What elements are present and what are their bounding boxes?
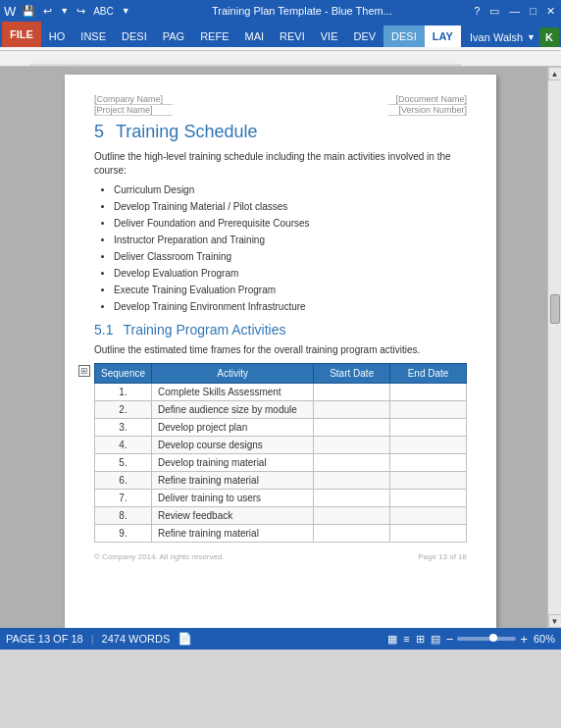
undo-arrow[interactable]: ▼ [58, 5, 71, 17]
scroll-thumb[interactable] [550, 294, 560, 324]
end-1 [390, 384, 467, 401]
scrollbar-right[interactable]: ▲ ▼ [547, 67, 561, 628]
bullet-item: Develop Training Environment Infrastruct… [114, 300, 467, 314]
spell-check-button[interactable]: ABC [91, 5, 116, 18]
tab-page[interactable]: PAG [155, 26, 192, 47]
zoom-plus-button[interactable]: + [520, 632, 528, 647]
scroll-down-arrow[interactable]: ▼ [548, 614, 562, 628]
bullet-item: Execute Training Evaluation Program [114, 284, 467, 297]
scroll-up-arrow[interactable]: ▲ [548, 67, 562, 80]
section5-bullet-list: Curriculum Design Develop Training Mater… [114, 183, 467, 314]
training-table: Sequence Activity Start Date End Date 1.… [94, 363, 467, 543]
tab-design[interactable]: DESI [114, 26, 155, 47]
tab-home[interactable]: HO [41, 26, 74, 47]
end-3 [390, 419, 467, 437]
project-name-field: [Project Name] [94, 105, 173, 116]
table-row: 8. Review feedback [95, 507, 467, 525]
start-7 [314, 490, 390, 507]
section5-heading: 5 Training Schedule [94, 122, 467, 142]
zoom-level: 60% [534, 633, 555, 645]
table-row: 5. Develop training material [95, 454, 467, 472]
view-icon-3[interactable]: ⊞ [416, 633, 425, 646]
seq-1: 1. [95, 384, 152, 401]
ribbon-display-button[interactable]: ▭ [487, 4, 501, 19]
activity-9: Refine training material [152, 525, 314, 543]
footer-copyright: © Company 2014. All rights reserved. [94, 552, 225, 561]
help-button[interactable]: ? [472, 4, 482, 18]
section5-intro: Outline the high-level training schedule… [94, 150, 467, 178]
word-count: 2474 WORDS [102, 633, 171, 645]
customize-button[interactable]: ▼ [120, 5, 132, 17]
tab-references[interactable]: REFE [192, 26, 236, 47]
seq-8: 8. [95, 507, 152, 525]
end-6 [390, 472, 467, 490]
section51-title: Training Program Activities [123, 322, 285, 338]
tab-file[interactable]: FILE [2, 22, 41, 47]
activity-7: Deliver training to users [152, 490, 314, 507]
view-icon-2[interactable]: ≡ [403, 633, 409, 645]
tab-mailings[interactable]: MAI [236, 26, 272, 47]
user-area: Ivan Walsh ▼ K [470, 27, 559, 47]
status-bar: PAGE 13 OF 18 | 2474 WORDS 📄 ▦ ≡ ⊞ ▤ − +… [0, 628, 561, 650]
table-container: ⊞ Sequence Activity Start Date End Date … [94, 363, 467, 543]
bullet-item: Curriculum Design [114, 183, 467, 197]
start-2 [314, 401, 390, 419]
seq-6: 6. [95, 472, 152, 490]
zoom-thumb [489, 634, 497, 642]
end-2 [390, 401, 467, 419]
table-row: 1. Complete Skills Assessment [95, 384, 467, 401]
seq-9: 9. [95, 525, 152, 543]
tab-layout[interactable]: LAY [425, 26, 461, 47]
activity-2: Define audience size by module [152, 401, 314, 419]
section51-heading: 5.1 Training Program Activities [94, 322, 467, 338]
maximize-button[interactable]: □ [528, 4, 538, 18]
bullet-item: Deliver Foundation and Prerequisite Cour… [114, 217, 467, 231]
view-icon-4[interactable]: ▤ [431, 633, 440, 646]
document-page: [Company Name] [Project Name] [Document … [65, 75, 496, 628]
footer-page: Page 13 of 18 [418, 552, 467, 561]
word-icon: W [4, 4, 16, 19]
tab-dev[interactable]: DEV [345, 26, 383, 47]
minimize-button[interactable]: — [507, 4, 522, 18]
section5-number: 5 [94, 122, 104, 142]
seq-4: 4. [95, 437, 152, 454]
start-3 [314, 419, 390, 437]
proofing-icon[interactable]: 📄 [178, 632, 192, 646]
header-left: [Company Name] [Project Name] [94, 94, 173, 116]
close-button[interactable]: ✕ [544, 4, 557, 19]
table-row: 2. Define audience size by module [95, 401, 467, 419]
seq-2: 2. [95, 401, 152, 419]
activity-3: Develop project plan [152, 419, 314, 437]
status-separator: | [91, 633, 94, 645]
page-footer: © Company 2014. All rights reserved. Pag… [94, 552, 467, 561]
redo-button[interactable]: ↪ [75, 4, 87, 19]
zoom-minus-button[interactable]: − [446, 632, 454, 647]
seq-5: 5. [95, 454, 152, 472]
zoom-track[interactable] [457, 637, 516, 641]
tab-review[interactable]: REVI [272, 26, 313, 47]
version-field: [Version Number] [388, 105, 467, 116]
ruler: // inline ruler ticks via CSS background… [0, 51, 561, 67]
activity-4: Develop course designs [152, 437, 314, 454]
title-bar-title: Training Plan Template - Blue Them... [132, 5, 473, 17]
bullet-item: Instructor Preparation and Training [114, 234, 467, 247]
user-menu-arrow[interactable]: ▼ [527, 32, 536, 42]
table-expand-icon[interactable]: ⊞ [78, 365, 90, 377]
zoom-slider: − + [446, 632, 528, 647]
end-4 [390, 437, 467, 454]
tab-view[interactable]: VIE [313, 26, 346, 47]
save-button[interactable]: 💾 [20, 4, 37, 19]
tab-insert[interactable]: INSE [73, 26, 114, 47]
start-4 [314, 437, 390, 454]
col-activity: Activity [152, 364, 314, 384]
view-icon-1[interactable]: ▦ [387, 633, 397, 646]
activity-6: Refine training material [152, 472, 314, 490]
table-row: 6. Refine training material [95, 472, 467, 490]
undo-button[interactable]: ↩ [41, 4, 54, 19]
scroll-track [549, 80, 561, 614]
bullet-item: Deliver Classroom Training [114, 250, 467, 264]
section51-number: 5.1 [94, 322, 113, 338]
start-5 [314, 454, 390, 472]
tab-design2[interactable]: DESI [383, 26, 425, 47]
table-row: 4. Develop course designs [95, 437, 467, 454]
